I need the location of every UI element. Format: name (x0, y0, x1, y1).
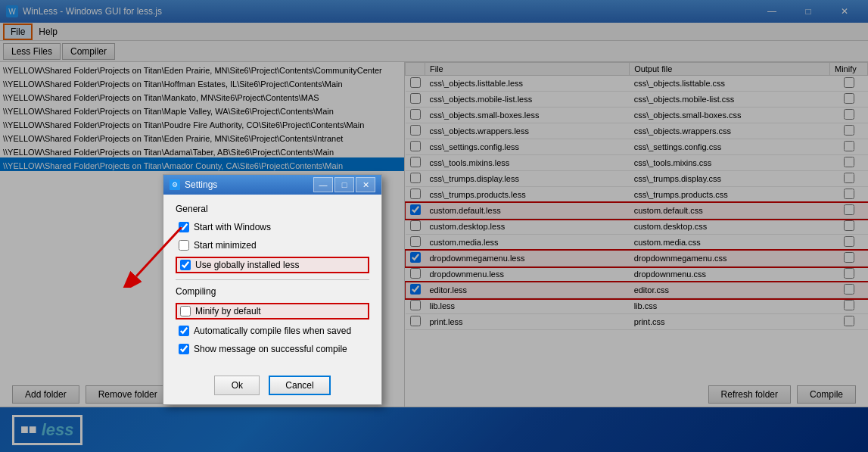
minify-by-default-checkbox[interactable] (180, 306, 191, 316)
show-message-checkbox[interactable] (179, 344, 189, 354)
start-with-windows-checkbox[interactable] (179, 222, 189, 232)
dialog-title-bar: ⚙ Settings — □ ✕ (163, 175, 381, 195)
dialog-close-button[interactable]: ✕ (356, 177, 375, 192)
start-minimized-checkbox[interactable] (179, 240, 189, 251)
ok-button[interactable]: Ok (214, 376, 260, 395)
minify-by-default-label: Minify by default (195, 306, 261, 316)
dialog-maximize-button[interactable]: □ (334, 177, 354, 192)
show-message-label: Show message on successful compile (194, 344, 347, 354)
auto-compile-checkbox[interactable] (179, 326, 189, 336)
section-divider (176, 279, 369, 280)
dialog-controls: — □ ✕ (313, 177, 375, 192)
show-message-row: Show message on successful compile (176, 342, 369, 356)
use-globally-installed-row: Use globally installed less (176, 257, 369, 273)
dialog-minimize-button[interactable]: — (313, 177, 333, 192)
auto-compile-row: Automatically compile files when saved (176, 324, 369, 338)
use-globally-installed-checkbox[interactable] (180, 260, 191, 270)
compiling-label: Compiling (176, 286, 369, 297)
use-globally-installed-label: Use globally installed less (195, 260, 299, 270)
modal-overlay (0, 0, 868, 452)
start-minimized-row: Start minimized (176, 238, 369, 252)
start-minimized-label: Start minimized (194, 240, 257, 251)
dialog-title: Settings (185, 179, 217, 190)
dialog-icon: ⚙ (170, 179, 180, 190)
start-with-windows-row: Start with Windows (176, 220, 369, 234)
minify-by-default-row: Minify by default (176, 303, 369, 320)
settings-dialog: ⚙ Settings — □ ✕ General Start with Wind… (163, 174, 382, 405)
general-label: General (176, 204, 369, 214)
auto-compile-label: Automatically compile files when saved (194, 326, 351, 336)
cancel-button[interactable]: Cancel (269, 376, 330, 395)
dialog-content: General Start with Windows Start minimiz… (163, 195, 381, 369)
dialog-footer: Ok Cancel (163, 369, 381, 404)
start-with-windows-label: Start with Windows (194, 222, 271, 232)
